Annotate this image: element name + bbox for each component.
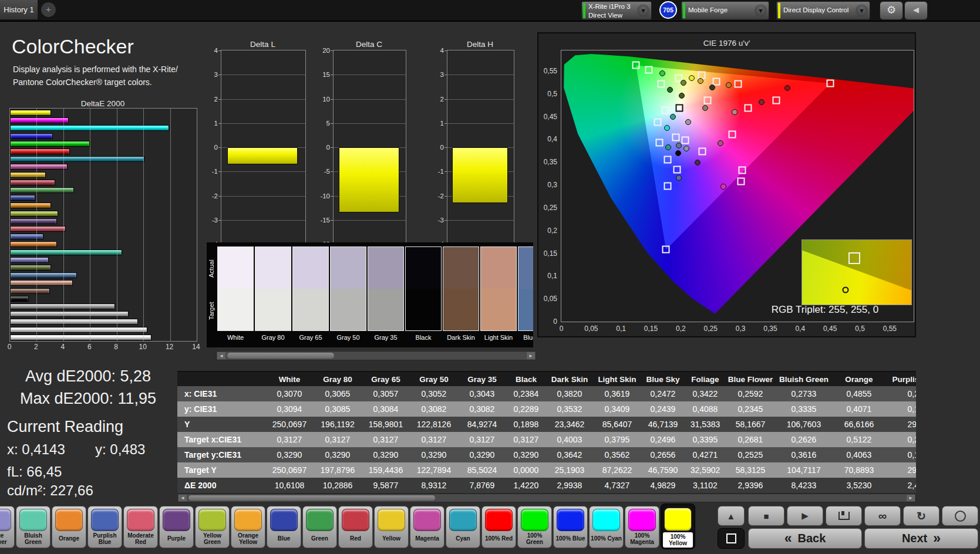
table-row-label: ΔE 2000 (177, 481, 265, 490)
gear-icon[interactable]: ⚙ (880, 1, 903, 20)
patch-button-purplish-blue[interactable]: Purplish Blue (87, 506, 122, 548)
source-dropdown[interactable]: Mobile Forge ▼ (681, 1, 769, 20)
patch-button-label: Orange (53, 531, 85, 546)
patch-button-label: Moderate Red (124, 531, 157, 546)
patch-button-orange[interactable]: Orange (52, 506, 86, 548)
add-tab-button[interactable]: + (41, 2, 56, 17)
cie-target-marker (673, 165, 681, 173)
patch-button-100-magenta[interactable]: 100% Magenta (625, 506, 659, 548)
collapse-panel-icon[interactable]: ◀ (904, 1, 928, 20)
extra-transport-button[interactable] (942, 506, 978, 526)
swatch-target (218, 289, 253, 330)
patch-button-label: Purple (160, 531, 193, 546)
scroll-right-icon[interactable]: ► (907, 495, 915, 501)
deltae-x-axis-labels: 02468101214 (9, 343, 196, 351)
table-cell: 122,7894 (410, 465, 458, 475)
patch-button-100-blue[interactable]: 100% Blue (553, 506, 588, 548)
cie-y-tick: 0,45 (544, 113, 557, 121)
scroll-right-icon[interactable]: ► (527, 352, 535, 359)
table-cell: 250,0697 (265, 420, 314, 429)
table-cell: 0,3409 (593, 404, 641, 414)
patch-button-blue-flower[interactable]: Blue Flower (0, 506, 15, 548)
table-cell: 0,3619 (593, 389, 641, 398)
swatch-white: White (217, 246, 254, 341)
table-cell: 10,6108 (265, 481, 314, 490)
scrollbar-thumb[interactable] (188, 495, 435, 501)
patch-button-green[interactable]: Green (302, 506, 337, 548)
table-cell: 46,7139 (641, 420, 685, 429)
patch-button-red[interactable]: Red (338, 506, 373, 548)
deltae-x-tick: 14 (192, 343, 200, 351)
meter-dropdown[interactable]: X-Rite i1Pro 3Direct View ▼ (581, 1, 652, 20)
patch-button-orange-yellow[interactable]: Orange Yellow (231, 506, 265, 548)
meter-count-badge[interactable]: 705 (659, 1, 677, 19)
patch-button-moderate-red[interactable]: Moderate Red (123, 506, 158, 548)
patch-color-swatch (449, 509, 477, 531)
patch-button-100-red[interactable]: 100% Red (481, 506, 516, 548)
table-cell: 7,8769 (458, 481, 506, 490)
back-button[interactable]: « Back (748, 528, 862, 549)
collapse-pattern-bar-button[interactable]: ▲ (718, 506, 745, 526)
delta-y-tick: -10 (314, 192, 330, 200)
meter-dropdown-label: X-Rite i1Pro 3Direct View (588, 2, 636, 20)
deltae-bar (10, 187, 74, 193)
delta-y-tick: 3 (427, 71, 444, 78)
patch-button-bluish-green[interactable]: Bluish Green (16, 506, 50, 548)
play-button[interactable]: ▶ (787, 506, 823, 526)
patch-button-100-yellow[interactable]: 100% Yellow (661, 504, 695, 549)
delta-gridline (334, 220, 406, 221)
table-cell: 2,9938 (546, 481, 593, 490)
scroll-left-icon[interactable]: ◄ (179, 495, 187, 501)
delta-y-tick: 0 (314, 144, 330, 151)
deltae-bar (10, 265, 51, 271)
scroll-left-icon[interactable]: ◄ (217, 352, 225, 359)
table-cell: 4,9829 (641, 481, 685, 490)
delta-y-tick: -3 (201, 217, 218, 224)
patch-button-yellow-green[interactable]: Yellow Green (195, 506, 230, 548)
deltae-bar (10, 156, 144, 162)
pattern-dropdown[interactable]: Direct Display Control ▼ (776, 1, 870, 20)
deltae-bar (10, 303, 115, 309)
deltae-bar (10, 164, 68, 170)
swatch-actual (518, 247, 533, 289)
table-cell: 0,2345 (726, 404, 775, 414)
deltae-bar (10, 241, 57, 247)
patch-button-purple[interactable]: Purple (159, 506, 194, 548)
stop-button[interactable]: ■ (748, 506, 784, 526)
cie-x-tick: 0,05 (584, 325, 598, 333)
patch-button-yellow[interactable]: Yellow (374, 506, 409, 548)
patch-button-100-green[interactable]: 100% Green (517, 506, 552, 548)
delta-y-tick: 1 (201, 120, 218, 127)
patch-button-100-cyan[interactable]: 100% Cyan (589, 506, 624, 548)
table-cell: 0,3084 (362, 404, 410, 414)
next-button[interactable]: Next » (864, 528, 978, 549)
save-reading-button[interactable] (826, 506, 862, 526)
swatch-gray-80: Gray 80 (255, 246, 291, 341)
swatch-scrollbar[interactable]: ◄ ► (216, 351, 536, 360)
swatch-target (481, 289, 516, 330)
swatch-label: Gray 80 (255, 334, 291, 341)
deltae-bar (10, 272, 77, 278)
refresh-button[interactable]: ↻ (903, 506, 939, 526)
swatch-gray-65: Gray 65 (292, 246, 329, 341)
tab-history-1[interactable]: History 1 (0, 0, 38, 19)
patch-button-cyan[interactable]: Cyan (446, 506, 480, 548)
table-cell: 159,4436 (362, 465, 410, 475)
table-row: Target x:CIE310,31270,31270,31270,31270,… (177, 432, 916, 447)
avg-de2000-readout: Avg dE2000: 5,28 (0, 367, 176, 386)
continuous-loop-button[interactable]: ∞ (864, 506, 901, 526)
deltae-bar (10, 249, 122, 255)
actual-target-swatch-strip: Actual Target WhiteGray 80Gray 65Gray 50… (207, 242, 533, 347)
table-cell: 0,3335 (775, 404, 833, 414)
table-cell: 46,7590 (641, 465, 685, 475)
table-cell: 66,6166 (833, 420, 885, 429)
table-cell: 2,460 (885, 481, 916, 490)
deltae-bar (10, 296, 29, 302)
patch-button-blue[interactable]: Blue (267, 506, 301, 548)
pattern-window-button[interactable] (718, 528, 745, 549)
patch-button-magenta[interactable]: Magenta (410, 506, 444, 548)
cie-x-tick: 0,1 (616, 325, 626, 333)
cie-y-tick: 0,15 (544, 249, 557, 258)
scrollbar-thumb[interactable] (227, 353, 334, 359)
table-scrollbar[interactable]: ◄ ► (177, 494, 916, 502)
